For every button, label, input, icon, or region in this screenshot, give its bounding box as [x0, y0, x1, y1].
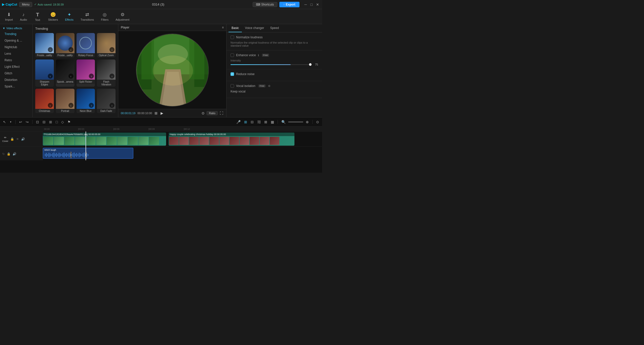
download-icon-4[interactable]: ↓ — [109, 47, 115, 52]
track-eye-icon[interactable]: 👁 — [16, 137, 19, 141]
clip-2-label: Happy couple celebrating christmas holid… — [169, 133, 294, 136]
tab-voice-changer[interactable]: Voice changer — [242, 24, 267, 32]
undo-button[interactable]: ↩ — [18, 119, 23, 124]
effect-xmas[interactable]: ↓ Christmas — [35, 89, 54, 113]
toolbar-adjustment[interactable]: ⚙ Adjustment — [112, 10, 132, 23]
more-button[interactable]: ⊙ — [315, 119, 320, 124]
sidebar-item-glitch[interactable]: Glitch — [1, 70, 31, 77]
audio-loop-icon[interactable]: ↻ — [2, 152, 5, 156]
toolbar-stickers[interactable]: 😊 Stickers — [45, 10, 61, 23]
redo-button[interactable]: ↪ — [25, 119, 30, 124]
enhance-voice-checkbox[interactable] — [231, 53, 234, 57]
fullscreen-button[interactable]: ⛶ — [219, 111, 224, 116]
player-menu-icon[interactable]: ≡ — [222, 26, 224, 29]
video-clip-2[interactable]: Happy couple celebrating christmas holid… — [169, 133, 294, 146]
timeline-ruler: 00:00 |00:03 |00:06 |00:09 |00:12 — [0, 127, 322, 132]
trim-button[interactable]: ⊞ — [48, 119, 53, 124]
effect-rotary[interactable]: Rotary Focus — [77, 33, 95, 57]
effect-neon[interactable]: ↓ Neon Blue — [77, 89, 95, 113]
toolbar-effects[interactable]: ✦ Effects — [62, 10, 76, 23]
effect-froste1[interactable]: ↓ Froste...uality — [35, 33, 54, 57]
minimize-button[interactable]: ─ — [304, 3, 308, 7]
mark-button[interactable]: ◇ — [60, 119, 65, 124]
clip-1-thumbnails — [43, 136, 160, 145]
effect-dark2[interactable]: ↓ Dark Fade — [97, 89, 116, 113]
download-icon-10[interactable]: ↓ — [68, 103, 73, 108]
effect-split[interactable]: ↓ Split Flicker — [77, 59, 95, 87]
menu-button[interactable]: Menu — [19, 2, 32, 7]
link-button[interactable]: ⛓ — [256, 119, 262, 124]
toolbar-text[interactable]: T Text — [31, 10, 44, 23]
play-button[interactable]: ▶ — [160, 111, 164, 116]
download-icon-12[interactable]: ↓ — [109, 103, 115, 108]
audio-clip-1[interactable]: Witch laugh — [43, 148, 133, 159]
effect-froste2[interactable]: ↓ Froste...uality — [56, 33, 74, 57]
cover-button[interactable]: ✏ Cover — [2, 136, 9, 143]
delete-button[interactable]: □ — [55, 119, 59, 124]
video-effects-section[interactable]: ▼ Video effects — [0, 26, 32, 31]
mic-button[interactable]: 🎤 — [235, 119, 242, 124]
download-icon-9[interactable]: ↓ — [48, 103, 53, 108]
video-clip-1[interactable]: f701ddc344182d043328aa4e765da551.png 00:… — [43, 133, 166, 146]
effect-thumb-dark2: ↓ — [97, 89, 116, 109]
download-icon-8[interactable]: ↓ — [109, 74, 115, 79]
select-dropdown-button[interactable]: ▼ — [9, 120, 13, 124]
sidebar-item-retro[interactable]: Retro — [1, 57, 31, 64]
sidebar-item-trending[interactable]: Trending — [1, 31, 31, 37]
toolbar-audio[interactable]: ♪ Audio — [17, 11, 30, 23]
align-button[interactable]: ⊠ — [263, 119, 268, 124]
track-audio-icon[interactable]: 🔊 — [21, 137, 25, 141]
settings-icon[interactable]: ⚙ — [268, 84, 271, 88]
sidebar-item-lens[interactable]: Lens — [1, 50, 31, 57]
export-button[interactable]: ↑ Export — [279, 2, 299, 7]
track-lock-icon[interactable]: 🔒 — [10, 137, 14, 141]
sidebar-item-spark[interactable]: Spark... — [1, 83, 31, 90]
zoom-plus-button[interactable]: ⊕ — [305, 119, 310, 124]
effect-spook[interactable]: ↓ Spook...amera — [56, 59, 74, 87]
zoom-slider[interactable] — [288, 121, 303, 122]
split-button[interactable]: ⊡ — [35, 119, 40, 124]
select-tool-button[interactable]: ↖ — [2, 119, 7, 124]
download-icon-6[interactable]: ↓ — [68, 74, 73, 79]
tab-basic[interactable]: Basic — [229, 24, 242, 32]
split-audio-button[interactable]: ⊟ — [42, 119, 47, 124]
close-button[interactable]: ✕ — [315, 3, 320, 7]
link-video-audio[interactable]: ⊞ — [243, 119, 248, 124]
sidebar-item-opening[interactable]: Opening & ... — [1, 37, 31, 44]
effect-label-split: Split Flicker — [77, 80, 95, 84]
sidebar-item-distortion[interactable]: Distortion — [1, 77, 31, 83]
screenshot-button[interactable]: ⊙ — [201, 111, 205, 116]
intensity-slider[interactable] — [231, 64, 311, 65]
svg-rect-28 — [66, 153, 67, 157]
export-icon: ↑ — [283, 3, 285, 6]
flag-button[interactable]: ⚑ — [66, 119, 72, 124]
effect-portrait[interactable]: ↓ Portrait — [56, 89, 74, 113]
toolbar-import[interactable]: ⬇ Import — [2, 10, 16, 23]
caption-button[interactable]: ▦ — [270, 119, 275, 124]
svg-rect-40 — [81, 154, 82, 156]
vocal-isolation-checkbox[interactable] — [231, 84, 234, 88]
svg-rect-34 — [74, 152, 74, 158]
download-icon[interactable]: ↓ — [48, 47, 53, 52]
sidebar-item-nightclub[interactable]: Nightclub — [1, 44, 31, 50]
auto-caption-button[interactable]: ⊟ — [250, 119, 255, 124]
tab-speed[interactable]: Speed — [267, 24, 282, 32]
reduce-noise-checkbox[interactable] — [231, 72, 234, 76]
effect-sharpen[interactable]: ↓ Sharpen Edges — [35, 59, 54, 87]
effect-flash[interactable]: ↓ Flash Vibration — [97, 59, 116, 87]
download-icon-2[interactable]: ↓ — [68, 47, 73, 52]
zoom-out-button[interactable]: 🔍 — [280, 119, 287, 124]
sidebar-item-light-effect[interactable]: Light Effect — [1, 64, 31, 70]
effect-optical[interactable]: ↓ Optical Zoom — [97, 33, 116, 57]
audio-lock-icon[interactable]: 🔒 — [7, 152, 11, 156]
shortcuts-button[interactable]: ⌨ Shortcuts — [253, 2, 277, 7]
audio-volume-icon[interactable]: 🔊 — [12, 152, 17, 156]
ratio-button[interactable]: Ratio — [207, 111, 218, 115]
svg-rect-30 — [69, 153, 69, 157]
normalize-checkbox[interactable] — [231, 36, 234, 39]
toolbar-filters[interactable]: ◎ Filters — [98, 10, 111, 23]
download-icon-5[interactable]: ↓ — [48, 74, 53, 79]
grid-view-button[interactable]: ⊞ — [154, 111, 158, 116]
maximize-button[interactable]: □ — [310, 3, 314, 7]
toolbar-transitions[interactable]: ⇄ Transitions — [78, 10, 97, 23]
